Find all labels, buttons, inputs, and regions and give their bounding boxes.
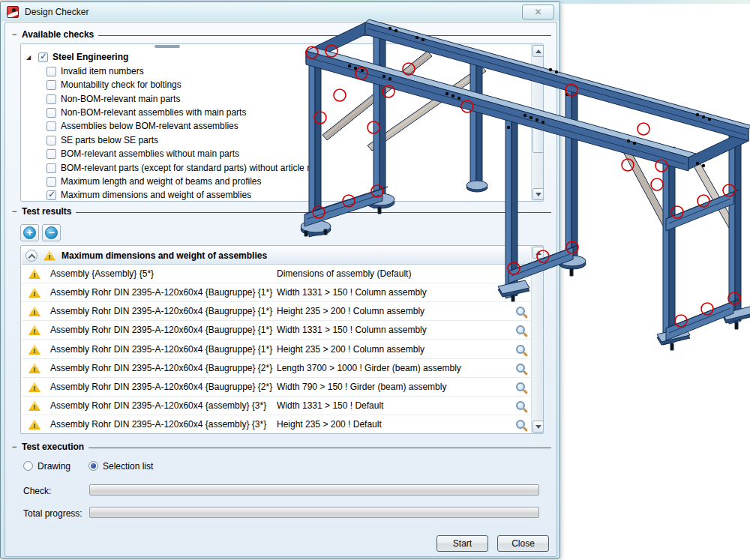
result-message: Width 790 > 150 ! Girder (beam) assembly [277,382,446,392]
title-bar[interactable]: Design Checker [1,2,560,21]
magnifier-icon[interactable] [516,420,525,429]
tree-item-label: Non-BOM-relevant main parts [61,94,180,104]
checkbox-unchecked[interactable] [46,163,56,173]
magnifier-icon[interactable] [516,364,525,373]
close-icon[interactable]: ✕ [522,4,554,19]
group-rule [76,212,551,213]
tree-item-label: Steel Engineering [52,52,128,62]
result-message: Dimensions of assembly (Default) [277,268,411,279]
results-group-header[interactable]: ! Maximum dimensions and weight of assem… [22,247,530,265]
check-progress-bar [89,484,539,496]
tree-item[interactable]: SE parts below SE parts [46,133,158,147]
magnifier-icon[interactable] [516,345,525,354]
radio-selection-list-label[interactable]: Selection list [103,461,153,472]
app-icon [7,6,19,18]
table-row[interactable]: ! Assembly Rohr DIN 2395-A-120x60x4 {Bau… [22,359,530,378]
group-header-test-execution: − Test execution [11,442,551,452]
radio-drawing[interactable] [23,461,33,471]
window-title: Design Checker [25,7,88,17]
tree-expander-icon[interactable]: ◢ [26,54,34,61]
magnifier-icon[interactable] [516,307,525,316]
tree-item-label: SE parts below SE parts [61,135,158,145]
warning-icon: ! [28,344,40,355]
tree-item-label: Maximum dimensions and weight of assembl… [61,190,251,200]
checkbox-unchecked[interactable] [46,80,56,90]
checkbox-unchecked[interactable] [46,108,56,118]
tree-item[interactable]: Assemblies below BOM-relevant assemblies [46,119,238,133]
total-progress-bar [89,507,539,518]
table-row[interactable]: ! Assembly {Assembly} {5*} Dimensions of… [22,265,530,283]
table-row[interactable]: ! Assembly Rohr DIN 2395-A-120x60x4 {Bau… [22,340,530,359]
radio-selection-list[interactable] [88,461,98,471]
results-table: ! Maximum dimensions and weight of assem… [20,245,544,434]
table-row[interactable]: ! Assembly Rohr DIN 2395-A-120x60x4 {ass… [22,415,530,434]
collapse-group-icon[interactable] [26,250,38,262]
tree-item[interactable]: Non-BOM-relevant assemblies with main pa… [46,106,246,119]
start-button[interactable]: Start [436,535,488,552]
tree-item[interactable]: Non-BOM-relevant main parts [46,92,180,106]
collapse-all-button[interactable]: − [42,224,61,241]
warning-icon: ! [28,306,40,316]
magnifier-icon[interactable] [516,382,525,391]
result-message: Height 235 > 200 ! Column assembly [277,344,424,355]
magnifier-icon[interactable] [516,401,525,410]
checkbox-unchecked[interactable] [46,149,56,159]
checkbox-unchecked[interactable] [46,94,56,104]
result-item: Assembly Rohr DIN 2395-A-120x60x4 {Baugr… [50,325,272,335]
check-icon: ✓ [48,189,56,199]
checkbox-unchecked[interactable] [46,177,56,187]
scroll-up-icon[interactable] [532,45,544,57]
table-row[interactable]: ! Assembly Rohr DIN 2395-A-120x60x4 {Bau… [22,321,530,340]
result-item: Assembly Rohr DIN 2395-A-120x60x4 {Baugr… [50,363,272,373]
tree-item[interactable]: ✓ Maximum dimensions and weight of assem… [46,188,251,202]
magnifier-icon[interactable] [516,325,525,334]
close-button[interactable]: Close [497,535,549,552]
group-collapse-marker[interactable]: − [11,442,17,452]
tree-item-label: Invalid item numbers [61,66,144,76]
group-header-available-checks: − Available checks [11,29,551,40]
result-message: Height 235 > 200 ! Default [277,419,382,430]
group-rule [98,35,551,36]
tree-item[interactable]: BOM-relevant assemblies without main par… [46,147,239,160]
group-rule [88,448,551,448]
result-item: Assembly Rohr DIN 2395-A-120x60x4 {Baugr… [50,344,272,355]
scroll-down-icon[interactable] [532,421,544,433]
group-label: Available checks [22,29,94,40]
result-item: Assembly {Assembly} {5*} [50,268,154,279]
checkbox-unchecked[interactable] [46,121,56,131]
checkbox-checked[interactable]: ✓ [46,190,56,200]
tree-item[interactable]: Maximum length and weight of beams and p… [46,175,261,188]
tree-scrollbar-thumb[interactable] [532,121,544,153]
result-message: Length 3700 > 1000 ! Girder (beam) assem… [277,363,461,373]
table-row[interactable]: ! Assembly Rohr DIN 2395-A-120x60x4 {Bau… [22,283,530,302]
warning-icon: ! [28,400,40,411]
table-row[interactable]: ! Assembly Rohr DIN 2395-A-120x60x4 {ass… [22,397,530,415]
group-collapse-marker[interactable]: − [11,206,17,217]
scroll-up-icon[interactable] [532,247,544,259]
checkbox-unchecked[interactable] [46,136,56,145]
results-scrollbar[interactable] [531,246,544,433]
table-row[interactable]: ! Assembly Rohr DIN 2395-A-120x60x4 {Bau… [22,378,530,397]
tree-item[interactable]: Mountability check for boltings [46,78,182,91]
result-item: Assembly Rohr DIN 2395-A-120x60x4 {Baugr… [50,287,272,298]
radio-drawing-label[interactable]: Drawing [38,461,70,472]
tree-item[interactable]: Invalid item numbers [46,64,144,78]
tree-item[interactable]: BOM-relevant parts (except for standard … [46,161,320,175]
check-icon: ✓ [40,51,47,61]
warning-icon: ! [28,287,40,298]
tree-item-label: BOM-relevant assemblies without main par… [61,148,239,159]
minus-icon: − [45,226,58,239]
table-row[interactable]: ! Assembly Rohr DIN 2395-A-120x60x4 {Bau… [22,302,530,321]
warning-icon: ! [28,325,40,335]
scroll-down-icon[interactable] [532,188,544,200]
tree-scrollbar[interactable] [531,44,544,201]
result-message: Width 1331 > 150 ! Default [277,400,383,411]
result-message: Width 1331 > 150 ! Column assembly [277,325,427,335]
checkbox-unchecked[interactable] [46,67,56,76]
checks-tree: ◢ ✓ Steel Engineering Invalid item numbe… [20,43,544,202]
expand-all-button[interactable]: + [20,224,39,241]
checkbox-checked[interactable]: ✓ [38,52,48,62]
tree-item-steel-engineering[interactable]: ◢ ✓ Steel Engineering [26,50,128,64]
results-group-title: Maximum dimensions and weight of assembl… [62,250,267,261]
group-collapse-marker[interactable]: − [11,29,17,40]
